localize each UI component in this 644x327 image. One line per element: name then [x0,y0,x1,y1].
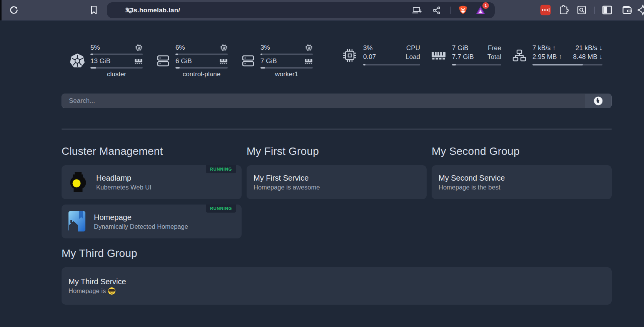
cpu-widget: 3%CPU 0.07Load [342,44,420,67]
mem-free: 7 GiB [452,44,469,52]
service-card-headlamp[interactable]: RUNNING Headlamp Kubernetes Web UI [62,165,242,199]
service-description: Kubernetes Web UI [96,183,152,192]
total-label: Total [487,53,501,61]
node-label: cluster [90,70,143,78]
net-down-total: 8.48 MB ↓ [573,53,602,61]
node-widget-control-plane: 6% 6 GiB control-plane [156,44,228,78]
memory-icon [134,58,143,64]
sidebar-toggle-icon[interactable] [602,5,612,15]
section-divider [62,129,612,129]
service-description: Homepage is the best [439,183,505,192]
toolbar-divider [594,7,595,14]
search-tabs-icon[interactable] [577,5,587,15]
node-mem-value: 6 GiB [175,57,192,65]
search-provider-button[interactable] [585,94,611,108]
cpu-load: 0.07 [363,53,376,61]
network-bar [532,64,602,65]
kubernetes-icon [69,53,85,69]
server-icon [241,54,255,68]
window-edge [0,0,2,20]
node-cpu-value: 5% [90,44,100,52]
node-widget-cluster: 5% 13 GiB cluster [69,44,143,78]
node-mem-bar [260,67,313,69]
group-my-third-group: My Third Group My Third Service Homepage… [62,247,612,305]
node-mem-bar [90,67,143,69]
memory-bar [452,64,501,65]
group-title: My Third Group [62,247,612,260]
bookmark-icon[interactable] [89,5,98,15]
cpu-icon [220,44,228,52]
node-label: worker1 [260,70,313,78]
resource-widgets: 3%CPU 0.07Load 7 GiBFree 7.7 GiBTotal [342,44,602,67]
load-label: Load [405,53,420,61]
duckduckgo-icon [594,96,603,106]
cpu-percent: 3% [363,44,373,52]
brave-shield-icon[interactable] [458,5,468,15]
service-card-my-first-service[interactable]: My First Service Homepage is awesome [247,165,427,199]
server-icon [156,54,170,68]
widgets-row: 5% 13 GiB cluster [62,44,612,78]
url-bar[interactable]: k3s.homelab.lan/ 1 [107,2,495,18]
homepage-dashboard: 5% 13 GiB cluster [0,44,644,305]
mem-total: 7.7 GiB [452,53,474,61]
headlamp-icon [68,171,88,193]
node-mem-value: 7 GiB [260,57,277,65]
service-name: My First Service [254,173,320,183]
leo-ai-icon[interactable] [637,4,644,16]
cpu-bar [363,64,420,65]
reload-icon[interactable] [9,5,19,15]
network-widget: 7 kB/s ↑21 kB/s ↓ 2.95 MB ↑8.48 MB ↓ [512,44,602,67]
extensions-puzzle-icon[interactable] [559,5,569,15]
node-label: control-plane [175,70,228,78]
service-description: Homepage is [68,287,106,295]
node-cpu-bar [90,54,143,55]
memory-icon [304,58,313,64]
service-description: Dynamically Detected Homepage [94,222,188,231]
network-icon [512,49,527,62]
group-title: My First Group [247,145,427,158]
service-card-my-second-service[interactable]: My Second Service Homepage is the best [432,165,612,199]
status-badge: RUNNING [206,165,236,173]
node-cpu-value: 3% [260,44,270,52]
memory-icon [431,50,446,61]
share-icon[interactable] [432,6,441,15]
cpu-icon [305,44,313,52]
open-in-app-icon[interactable] [412,6,422,15]
status-badge: RUNNING [206,205,236,213]
node-widget-worker1: 3% 7 GiB worker1 [241,44,313,78]
homepage-icon [68,211,85,232]
memory-icon [219,58,228,64]
net-up-rate: 7 kB/s ↑ [532,44,556,52]
group-my-second-group: My Second Group My Second Service Homepa… [432,145,612,238]
service-card-my-third-service[interactable]: My Third Service Homepage is 😎 [62,267,612,305]
url-text[interactable]: k3s.homelab.lan/ [126,7,180,14]
service-card-homepage[interactable]: RUNNING Homepage Dynamically Detected Ho… [62,205,242,238]
cpu-icon [342,48,357,63]
wallet-icon[interactable] [622,5,632,15]
node-cpu-bar [175,54,228,55]
cpu-label: CPU [406,44,420,52]
group-cluster-management: Cluster Management RUNNING Headlamp Kube… [62,145,242,238]
password-manager-extension-icon[interactable] [541,5,551,15]
net-up-total: 2.95 MB ↑ [532,53,562,61]
service-name: My Third Service [68,277,126,287]
urlbar-divider [450,7,450,14]
site-settings-icon[interactable] [124,6,133,15]
kubernetes-node-widgets: 5% 13 GiB cluster [69,44,313,78]
brave-rewards-icon[interactable]: 1 [475,6,486,15]
search-input[interactable] [62,94,585,108]
free-label: Free [488,44,501,52]
service-groups: Cluster Management RUNNING Headlamp Kube… [62,145,612,305]
service-name: Homepage [94,212,188,222]
group-title: Cluster Management [62,145,242,158]
group-title: My Second Group [432,145,612,158]
node-mem-value: 13 GiB [90,57,110,65]
browser-toolbar: k3s.homelab.lan/ 1 [0,0,644,20]
node-cpu-bar [260,54,313,55]
sunglasses-emoji [108,287,115,295]
node-mem-bar [175,67,228,69]
node-cpu-value: 6% [175,44,185,52]
memory-widget: 7 GiBFree 7.7 GiBTotal [431,44,501,67]
cpu-icon [135,44,143,52]
service-description: Homepage is awesome [254,183,320,192]
